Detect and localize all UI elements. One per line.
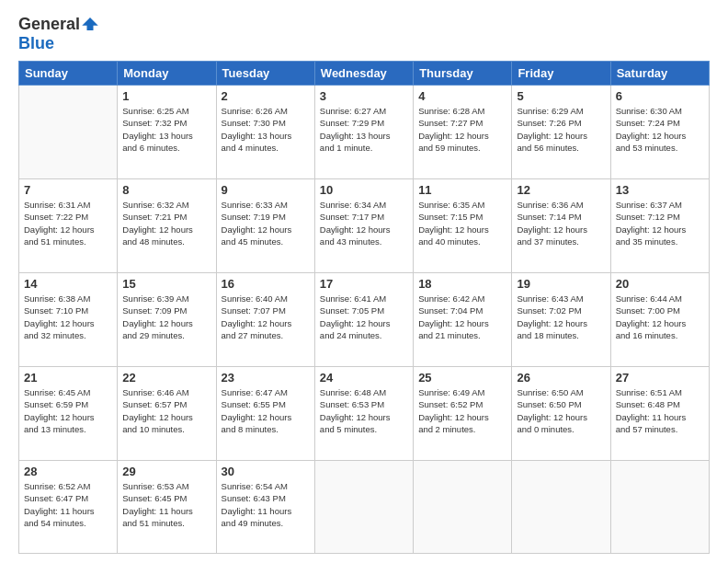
calendar-cell: 7Sunrise: 6:31 AM Sunset: 7:22 PM Daylig… [19,179,118,273]
day-info: Sunrise: 6:25 AM Sunset: 7:32 PM Dayligh… [122,105,210,154]
day-info: Sunrise: 6:33 AM Sunset: 7:19 PM Dayligh… [222,199,310,247]
calendar-cell: 11Sunrise: 6:35 AM Sunset: 7:15 PM Dayli… [414,179,512,273]
calendar-week-row: 21Sunrise: 6:45 AM Sunset: 6:59 PM Dayli… [19,367,710,461]
day-number: 8 [122,183,210,197]
day-number: 7 [24,183,112,197]
weekday-header-saturday: Saturday [610,62,709,86]
day-number: 17 [320,277,408,291]
day-info: Sunrise: 6:49 AM Sunset: 6:52 PM Dayligh… [418,386,506,435]
day-info: Sunrise: 6:37 AM Sunset: 7:12 PM Dayligh… [616,199,704,247]
calendar-cell: 5Sunrise: 6:29 AM Sunset: 7:26 PM Daylig… [512,86,610,179]
day-info: Sunrise: 6:47 AM Sunset: 6:55 PM Dayligh… [222,386,310,435]
day-info: Sunrise: 6:45 AM Sunset: 6:59 PM Dayligh… [24,386,112,435]
day-number: 27 [616,371,704,385]
day-number: 16 [222,277,310,291]
calendar-cell: 14Sunrise: 6:38 AM Sunset: 7:10 PM Dayli… [19,273,118,367]
calendar-cell: 25Sunrise: 6:49 AM Sunset: 6:52 PM Dayli… [414,367,512,461]
calendar-cell: 19Sunrise: 6:43 AM Sunset: 7:02 PM Dayli… [512,273,610,367]
day-info: Sunrise: 6:26 AM Sunset: 7:30 PM Dayligh… [222,105,310,154]
day-number: 18 [418,277,506,291]
weekday-header-tuesday: Tuesday [216,62,314,86]
calendar-cell: 20Sunrise: 6:44 AM Sunset: 7:00 PM Dayli… [610,273,709,367]
calendar-cell: 3Sunrise: 6:27 AM Sunset: 7:29 PM Daylig… [314,86,413,179]
weekday-header-wednesday: Wednesday [314,62,413,86]
calendar-week-row: 7Sunrise: 6:31 AM Sunset: 7:22 PM Daylig… [19,179,710,273]
day-number: 10 [320,183,408,197]
calendar-cell: 23Sunrise: 6:47 AM Sunset: 6:55 PM Dayli… [216,367,314,461]
day-info: Sunrise: 6:38 AM Sunset: 7:10 PM Dayligh… [24,293,112,341]
calendar-cell [610,461,709,554]
weekday-header-monday: Monday [118,62,216,86]
calendar-cell [19,86,118,179]
day-number: 28 [24,465,112,478]
day-number: 1 [122,89,210,103]
calendar-cell: 27Sunrise: 6:51 AM Sunset: 6:48 PM Dayli… [610,367,709,461]
day-number: 12 [517,183,605,197]
day-info: Sunrise: 6:42 AM Sunset: 7:04 PM Dayligh… [418,293,506,341]
calendar-cell: 16Sunrise: 6:40 AM Sunset: 7:07 PM Dayli… [216,273,314,367]
header: General Blue [18,15,710,53]
day-number: 11 [418,183,506,197]
day-info: Sunrise: 6:30 AM Sunset: 7:24 PM Dayligh… [616,105,704,154]
day-info: Sunrise: 6:27 AM Sunset: 7:29 PM Dayligh… [320,105,408,154]
day-info: Sunrise: 6:51 AM Sunset: 6:48 PM Dayligh… [616,386,704,435]
calendar-cell: 9Sunrise: 6:33 AM Sunset: 7:19 PM Daylig… [216,179,314,273]
day-info: Sunrise: 6:44 AM Sunset: 7:00 PM Dayligh… [616,293,704,341]
day-info: Sunrise: 6:35 AM Sunset: 7:15 PM Dayligh… [418,199,506,247]
day-info: Sunrise: 6:41 AM Sunset: 7:05 PM Dayligh… [320,293,408,341]
day-number: 9 [222,183,310,197]
calendar-body: 1Sunrise: 6:25 AM Sunset: 7:32 PM Daylig… [19,86,710,554]
day-number: 2 [222,89,310,103]
day-number: 30 [222,465,310,478]
day-info: Sunrise: 6:48 AM Sunset: 6:53 PM Dayligh… [320,386,408,435]
day-info: Sunrise: 6:29 AM Sunset: 7:26 PM Dayligh… [517,105,605,154]
calendar-cell: 28Sunrise: 6:52 AM Sunset: 6:47 PM Dayli… [19,461,118,554]
day-info: Sunrise: 6:54 AM Sunset: 6:43 PM Dayligh… [222,480,310,529]
day-number: 26 [517,371,605,385]
calendar-cell: 2Sunrise: 6:26 AM Sunset: 7:30 PM Daylig… [216,86,314,179]
day-info: Sunrise: 6:32 AM Sunset: 7:21 PM Dayligh… [122,199,210,247]
day-info: Sunrise: 6:28 AM Sunset: 7:27 PM Dayligh… [418,105,506,154]
day-info: Sunrise: 6:40 AM Sunset: 7:07 PM Dayligh… [222,293,310,341]
day-number: 21 [24,371,112,385]
day-number: 3 [320,89,408,103]
calendar-cell [512,461,610,554]
calendar-cell: 8Sunrise: 6:32 AM Sunset: 7:21 PM Daylig… [118,179,216,273]
calendar-cell: 6Sunrise: 6:30 AM Sunset: 7:24 PM Daylig… [610,86,709,179]
day-number: 22 [122,371,210,385]
calendar-cell [314,461,413,554]
calendar-cell: 1Sunrise: 6:25 AM Sunset: 7:32 PM Daylig… [118,86,216,179]
logo-general: General [18,15,80,34]
calendar-cell: 29Sunrise: 6:53 AM Sunset: 6:45 PM Dayli… [118,461,216,554]
calendar-week-row: 28Sunrise: 6:52 AM Sunset: 6:47 PM Dayli… [19,461,710,554]
calendar-cell: 17Sunrise: 6:41 AM Sunset: 7:05 PM Dayli… [314,273,413,367]
day-number: 25 [418,371,506,385]
day-number: 4 [418,89,506,103]
day-number: 19 [517,277,605,291]
day-info: Sunrise: 6:31 AM Sunset: 7:22 PM Dayligh… [24,199,112,247]
day-info: Sunrise: 6:43 AM Sunset: 7:02 PM Dayligh… [517,293,605,341]
logo-icon [82,17,98,30]
day-info: Sunrise: 6:39 AM Sunset: 7:09 PM Dayligh… [122,293,210,341]
calendar-cell: 10Sunrise: 6:34 AM Sunset: 7:17 PM Dayli… [314,179,413,273]
day-info: Sunrise: 6:34 AM Sunset: 7:17 PM Dayligh… [320,199,408,247]
calendar-cell: 26Sunrise: 6:50 AM Sunset: 6:50 PM Dayli… [512,367,610,461]
calendar-cell: 22Sunrise: 6:46 AM Sunset: 6:57 PM Dayli… [118,367,216,461]
day-number: 6 [616,89,704,103]
calendar-cell: 13Sunrise: 6:37 AM Sunset: 7:12 PM Dayli… [610,179,709,273]
calendar-cell: 15Sunrise: 6:39 AM Sunset: 7:09 PM Dayli… [118,273,216,367]
day-info: Sunrise: 6:53 AM Sunset: 6:45 PM Dayligh… [122,480,210,529]
calendar-cell: 18Sunrise: 6:42 AM Sunset: 7:04 PM Dayli… [414,273,512,367]
day-number: 14 [24,277,112,291]
svg-marker-0 [82,17,98,30]
calendar-table: SundayMondayTuesdayWednesdayThursdayFrid… [18,61,710,554]
day-number: 13 [616,183,704,197]
day-number: 24 [320,371,408,385]
calendar-cell: 4Sunrise: 6:28 AM Sunset: 7:27 PM Daylig… [414,86,512,179]
day-number: 15 [122,277,210,291]
calendar-cell: 21Sunrise: 6:45 AM Sunset: 6:59 PM Dayli… [19,367,118,461]
logo-blue: Blue [18,34,54,52]
weekday-header-sunday: Sunday [19,62,118,86]
weekday-header-row: SundayMondayTuesdayWednesdayThursdayFrid… [19,62,710,86]
day-number: 5 [517,89,605,103]
